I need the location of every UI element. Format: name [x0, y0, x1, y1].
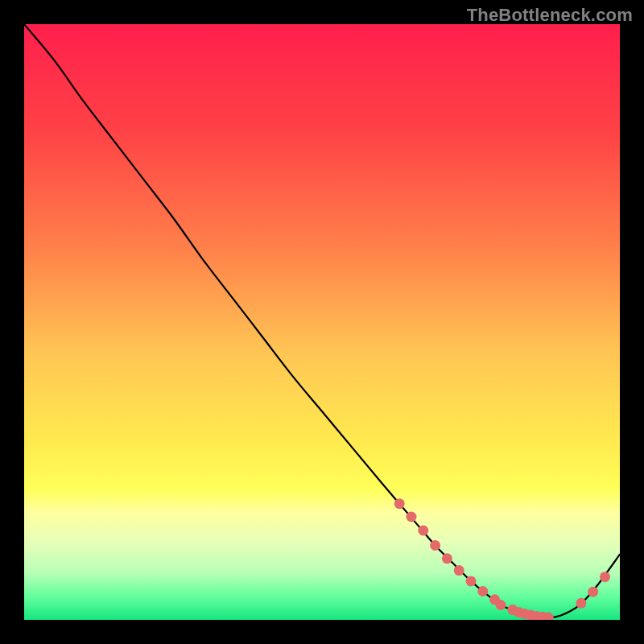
- watermark-label: TheBottleneck.com: [467, 5, 633, 26]
- data-marker: [394, 498, 405, 509]
- data-marker: [466, 576, 477, 586]
- data-marker: [418, 526, 428, 536]
- plot-background: [24, 24, 620, 620]
- data-marker: [442, 553, 452, 564]
- data-marker: [588, 587, 598, 597]
- chart-frame: { "watermark": "TheBottleneck.com", "cha…: [0, 0, 644, 644]
- bottleneck-curve-chart: [0, 0, 644, 644]
- data-marker: [576, 598, 586, 609]
- data-marker: [407, 511, 417, 522]
- data-marker: [600, 572, 610, 582]
- data-marker: [430, 540, 440, 551]
- data-marker: [543, 613, 554, 623]
- data-marker: [496, 600, 506, 610]
- data-marker: [477, 586, 488, 597]
- data-marker: [454, 565, 464, 576]
